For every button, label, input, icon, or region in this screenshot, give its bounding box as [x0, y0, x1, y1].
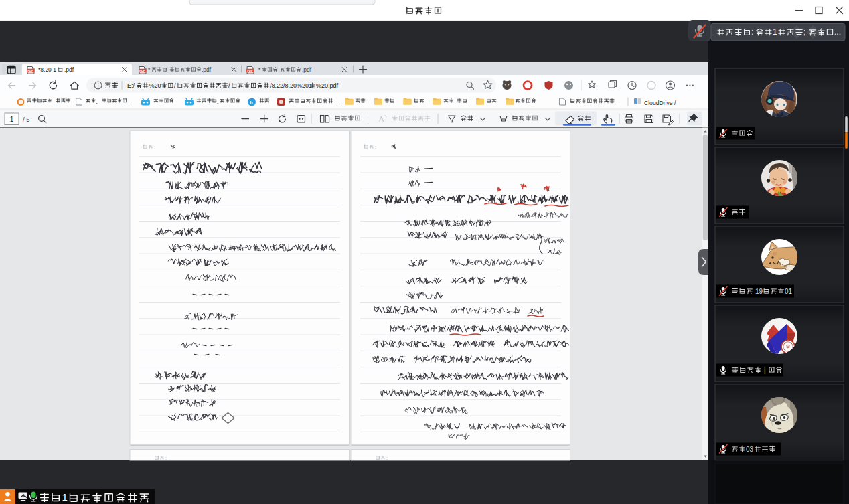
- svg-text:.pdf: .pdf: [64, 66, 74, 73]
- svg-text:PDF: PDF: [27, 69, 33, 72]
- svg-text:.pdf: .pdf: [202, 66, 212, 73]
- svg-text:...: ...: [834, 27, 841, 37]
- svg-text:*8.20 1: *8.20 1: [38, 66, 56, 73]
- svg-text:19: 19: [755, 288, 763, 295]
- svg-text:...: ...: [334, 100, 338, 106]
- svg-text:...: ...: [66, 100, 70, 106]
- svg-text:%20.pdf: %20.pdf: [316, 82, 339, 89]
- svg-text:/ 5: / 5: [23, 116, 30, 123]
- svg-text:h: h: [250, 100, 253, 105]
- svg-text:03: 03: [746, 446, 754, 453]
- svg-text:1: 1: [62, 491, 68, 503]
- svg-text:1: 1: [773, 27, 777, 37]
- svg-text::: :: [751, 27, 753, 37]
- svg-text::: :: [154, 145, 155, 149]
- svg-text:E:/: E:/: [127, 82, 135, 89]
- svg-text:_: _: [52, 100, 56, 106]
- svg-text:A: A: [379, 115, 384, 123]
- svg-text:PDF: PDF: [247, 69, 253, 72]
- svg-text:1: 1: [10, 116, 14, 123]
- svg-text:/8.22/8.20%201: /8.22/8.20%201: [270, 82, 312, 89]
- svg-text:PDF: PDF: [139, 69, 145, 72]
- svg-text:%20: %20: [149, 82, 161, 89]
- svg-text::: :: [386, 456, 388, 460]
- svg-text:|: |: [764, 367, 766, 374]
- svg-text:;: ;: [803, 27, 805, 37]
- svg-text:...: ...: [127, 100, 131, 106]
- svg-text:01: 01: [785, 288, 793, 295]
- svg-text::: :: [165, 456, 167, 460]
- svg-text:.pdf: .pdf: [302, 66, 312, 73]
- svg-text:...: ...: [615, 100, 619, 106]
- svg-text::: :: [375, 145, 376, 149]
- svg-text:CloudDrive /: CloudDrive /: [644, 100, 676, 106]
